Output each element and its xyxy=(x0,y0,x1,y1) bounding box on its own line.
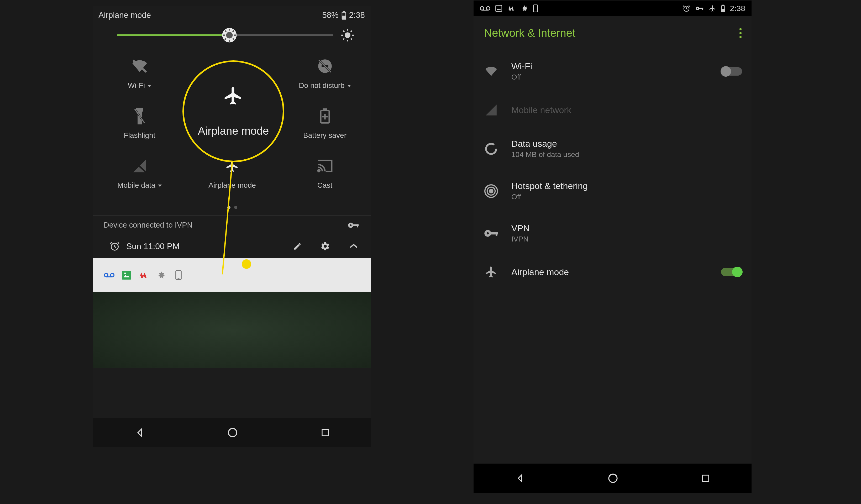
svg-point-33 xyxy=(318,169,320,172)
flashlight-off-icon xyxy=(134,108,146,124)
svg-rect-0 xyxy=(342,13,345,16)
setting-title: Hotspot & tethering xyxy=(511,181,742,191)
nav-recent-button[interactable] xyxy=(320,428,330,437)
setting-item-hotspot[interactable]: Hotspot & tethering Off xyxy=(474,170,752,212)
qs-tile-autorotate[interactable]: Auto-rotate xyxy=(186,106,278,140)
setting-item-data-usage[interactable]: Data usage 104 MB of data used xyxy=(474,127,752,170)
setting-subtitle: Off xyxy=(511,73,710,81)
wifi-icon xyxy=(484,66,498,77)
airplane-icon xyxy=(484,265,498,278)
qs-tile-mobiledata[interactable]: Mobile data xyxy=(93,155,186,190)
svg-line-7 xyxy=(225,31,226,32)
qs-tile-label: Mobile data xyxy=(117,181,155,190)
data-usage-icon xyxy=(484,142,498,156)
vpn-banner-text: Device connected to IVPN xyxy=(104,221,193,229)
svg-rect-52 xyxy=(533,5,537,12)
wifi-off-icon xyxy=(131,59,149,73)
svg-rect-37 xyxy=(357,224,358,227)
nav-bar-right xyxy=(474,464,752,493)
brightness-fill xyxy=(117,35,229,36)
svg-line-8 xyxy=(233,39,234,40)
svg-rect-57 xyxy=(702,8,703,10)
page-indicator[interactable] xyxy=(93,197,371,215)
svg-point-49 xyxy=(487,6,490,10)
nav-recent-button[interactable] xyxy=(701,474,710,483)
setting-item-vpn[interactable]: VPN IVPN xyxy=(474,212,752,254)
auto-brightness-toggle[interactable] xyxy=(341,28,354,42)
alarm-icon[interactable] xyxy=(109,241,120,251)
status-bar: 2:38 xyxy=(474,1,752,16)
setting-subtitle: 104 MB of data used xyxy=(511,150,742,159)
qs-tile-batterysaver[interactable]: Battery saver xyxy=(278,106,371,140)
signal-icon xyxy=(484,104,498,117)
svg-rect-47 xyxy=(322,430,328,436)
qs-tile-dnd[interactable]: Do not disturb xyxy=(278,56,371,90)
svg-point-60 xyxy=(490,189,493,193)
svg-line-9 xyxy=(225,39,226,40)
qs-tile-flashlight[interactable]: Flashlight xyxy=(93,106,186,140)
qs-tile-label: Do not disturb xyxy=(299,81,344,90)
qs-tile-airplane-top[interactable] xyxy=(186,56,278,90)
battery-icon xyxy=(341,11,346,20)
airplane-icon xyxy=(709,5,716,12)
qs-tile-wifi[interactable]: Wi-Fi xyxy=(93,56,186,90)
setting-item-airplane[interactable]: Airplane mode xyxy=(474,254,752,289)
chevron-down-icon[interactable] xyxy=(158,185,162,187)
nav-home-button[interactable] xyxy=(227,427,238,438)
app-icon-red xyxy=(138,270,149,281)
notification-strip[interactable] xyxy=(93,258,371,292)
nav-home-button[interactable] xyxy=(607,473,618,484)
qs-tile-label: Auto-rotate xyxy=(214,131,250,140)
wifi-toggle[interactable] xyxy=(721,67,742,76)
status-left-icons xyxy=(480,4,538,12)
alarm-time[interactable]: Sun 11:00 PM xyxy=(126,242,180,251)
chevron-down-icon[interactable] xyxy=(148,85,151,87)
photos-icon xyxy=(121,270,132,281)
vpn-key-icon xyxy=(348,222,358,228)
chevron-down-icon[interactable] xyxy=(347,85,351,87)
svg-point-59 xyxy=(486,144,496,154)
svg-point-67 xyxy=(609,474,617,482)
edit-icon[interactable] xyxy=(293,242,302,251)
qs-tile-cast[interactable]: Cast xyxy=(278,155,371,190)
svg-line-10 xyxy=(233,31,234,32)
svg-rect-66 xyxy=(496,232,497,236)
status-time: 2:38 xyxy=(349,11,365,20)
collapse-icon[interactable] xyxy=(348,243,358,249)
setting-title: Airplane mode xyxy=(511,267,710,277)
setting-item-wifi[interactable]: Wi-Fi Off xyxy=(474,50,752,92)
settings-screenshot: 2:38 Network & Internet Wi-Fi Off Mobile… xyxy=(474,1,752,493)
svg-rect-68 xyxy=(702,475,709,481)
nav-bar-left xyxy=(93,418,371,447)
svg-point-11 xyxy=(345,32,351,38)
qs-tile-label: Airplane mode xyxy=(208,181,256,190)
photos-icon xyxy=(495,5,503,12)
brightness-thumb[interactable] xyxy=(221,27,237,43)
qs-status-right: 58% 2:38 xyxy=(322,11,365,20)
setting-subtitle: IVPN xyxy=(511,235,742,243)
overflow-menu-button[interactable] xyxy=(739,28,741,38)
auto-rotate-icon xyxy=(224,108,241,124)
svg-rect-42 xyxy=(122,271,131,280)
nav-back-button[interactable] xyxy=(134,427,145,438)
setting-item-mobile-network: Mobile network xyxy=(474,92,752,127)
mobile-data-off-icon xyxy=(132,158,147,174)
nav-back-button[interactable] xyxy=(515,473,525,483)
brightness-slider[interactable] xyxy=(117,35,333,36)
page-title: Network & Internet xyxy=(484,27,575,39)
vpn-notification-banner[interactable]: Device connected to IVPN xyxy=(93,215,371,235)
vpn-key-icon xyxy=(695,6,704,11)
setting-title: Wi-Fi xyxy=(511,61,710,71)
phone-icon xyxy=(533,4,538,12)
qs-status-header: Airplane mode 58% 2:38 xyxy=(93,6,371,22)
dnd-off-icon xyxy=(317,58,333,74)
qs-tile-label: Battery saver xyxy=(303,131,346,140)
svg-point-43 xyxy=(124,272,126,274)
svg-line-19 xyxy=(351,31,352,32)
airplane-toggle[interactable] xyxy=(721,268,742,276)
qs-footer-row: Sun 11:00 PM xyxy=(93,235,371,258)
gear-icon[interactable] xyxy=(320,241,330,251)
phone-icon xyxy=(173,270,184,281)
svg-point-2 xyxy=(226,32,233,39)
vpn-key-icon xyxy=(484,229,498,237)
